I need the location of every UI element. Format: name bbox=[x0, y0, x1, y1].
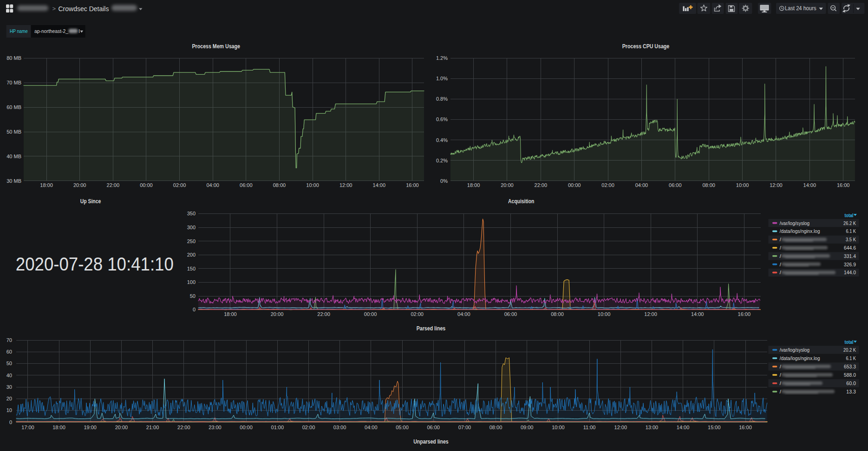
svg-text:/data/logs/nginx.log: /data/logs/nginx.log bbox=[780, 228, 820, 234]
svg-text:Up Since: Up Since bbox=[80, 198, 101, 205]
svg-text:70: 70 bbox=[7, 337, 12, 343]
svg-text:6.1 K: 6.1 K bbox=[846, 228, 856, 234]
svg-text:00:00: 00:00 bbox=[240, 425, 253, 430]
svg-text:15:00: 15:00 bbox=[708, 425, 721, 430]
svg-text:22:00: 22:00 bbox=[535, 182, 548, 188]
svg-text:04:00: 04:00 bbox=[206, 182, 219, 188]
svg-text:644.6: 644.6 bbox=[844, 245, 856, 251]
svg-text:6.1 K: 6.1 K bbox=[846, 355, 856, 361]
svg-text:08:00: 08:00 bbox=[273, 182, 286, 188]
svg-text:18:00: 18:00 bbox=[224, 311, 237, 317]
svg-text:Unparsed lines: Unparsed lines bbox=[413, 438, 449, 445]
svg-text:653.3: 653.3 bbox=[844, 364, 856, 369]
svg-text:ap-northeast-2_: ap-northeast-2_ bbox=[34, 28, 68, 34]
svg-text:>: > bbox=[52, 5, 56, 12]
svg-text:00:00: 00:00 bbox=[140, 182, 153, 188]
svg-text:Process Mem Usage: Process Mem Usage bbox=[192, 43, 240, 50]
svg-text:50: 50 bbox=[190, 293, 196, 299]
svg-text:14:00: 14:00 bbox=[691, 311, 704, 317]
svg-text:02:00: 02:00 bbox=[601, 182, 614, 188]
svg-text:19:00: 19:00 bbox=[84, 425, 97, 430]
svg-text:HP name: HP name bbox=[10, 29, 28, 34]
svg-text:02:00: 02:00 bbox=[173, 182, 186, 188]
svg-text:40: 40 bbox=[7, 373, 12, 378]
svg-text:23:00: 23:00 bbox=[209, 425, 222, 430]
svg-text:total: total bbox=[845, 339, 854, 345]
svg-text:14:00: 14:00 bbox=[677, 425, 690, 430]
svg-text:22:00: 22:00 bbox=[177, 425, 190, 430]
svg-text:00:00: 00:00 bbox=[568, 182, 581, 188]
svg-text:12:00: 12:00 bbox=[770, 182, 783, 188]
svg-text:06:00: 06:00 bbox=[427, 425, 440, 430]
svg-text:200: 200 bbox=[187, 252, 196, 258]
svg-text:331.4: 331.4 bbox=[844, 253, 856, 259]
svg-text:26.2 K: 26.2 K bbox=[843, 220, 856, 226]
svg-text:12:00: 12:00 bbox=[644, 311, 657, 317]
svg-text:18:00: 18:00 bbox=[40, 182, 53, 188]
svg-text:10:00: 10:00 bbox=[306, 182, 319, 188]
svg-text:01:00: 01:00 bbox=[271, 425, 284, 430]
svg-text:250: 250 bbox=[187, 238, 196, 244]
svg-text:20:00: 20:00 bbox=[73, 182, 86, 188]
svg-text:08:00: 08:00 bbox=[489, 425, 503, 430]
svg-text:50: 50 bbox=[7, 361, 12, 366]
svg-text:/data/logs/nginx.log: /data/logs/nginx.log bbox=[780, 355, 820, 361]
svg-text:16:00: 16:00 bbox=[406, 182, 419, 188]
svg-text:50 MB: 50 MB bbox=[7, 129, 21, 135]
svg-text:100: 100 bbox=[187, 279, 196, 285]
svg-text:20.2 K: 20.2 K bbox=[843, 347, 856, 353]
svg-text:06:00: 06:00 bbox=[240, 182, 253, 188]
svg-text:30 MB: 30 MB bbox=[7, 178, 21, 184]
svg-text:60: 60 bbox=[7, 349, 12, 354]
svg-text:20:00: 20:00 bbox=[115, 425, 128, 430]
svg-text:80 MB: 80 MB bbox=[7, 55, 21, 61]
svg-text:03:00: 03:00 bbox=[333, 425, 346, 430]
svg-text:10:00: 10:00 bbox=[736, 182, 749, 188]
svg-text:2020-07-28 10:41:10: 2020-07-28 10:41:10 bbox=[16, 254, 174, 274]
svg-text:16:00: 16:00 bbox=[738, 311, 751, 317]
svg-text:16:00: 16:00 bbox=[837, 182, 850, 188]
svg-text:0.2%: 0.2% bbox=[436, 158, 448, 163]
svg-text:08:00: 08:00 bbox=[551, 311, 564, 317]
svg-text:05:00: 05:00 bbox=[396, 425, 409, 430]
svg-text:total: total bbox=[845, 213, 854, 218]
svg-text:09:00: 09:00 bbox=[521, 425, 534, 430]
svg-text:0: 0 bbox=[193, 307, 196, 312]
svg-text:02:00: 02:00 bbox=[411, 311, 424, 317]
svg-text:04:00: 04:00 bbox=[635, 182, 648, 188]
svg-text:08:00: 08:00 bbox=[702, 182, 715, 188]
svg-text:02:00: 02:00 bbox=[302, 425, 315, 430]
svg-text:1.0%: 1.0% bbox=[436, 76, 448, 81]
svg-text:Last 24 hours: Last 24 hours bbox=[785, 5, 816, 12]
svg-text:11:00: 11:00 bbox=[583, 425, 596, 430]
svg-text:40 MB: 40 MB bbox=[7, 154, 21, 159]
svg-text:04:00: 04:00 bbox=[365, 425, 378, 430]
svg-text:06:00: 06:00 bbox=[504, 311, 517, 317]
svg-text:14:00: 14:00 bbox=[373, 182, 386, 188]
svg-text:144.0: 144.0 bbox=[844, 270, 856, 275]
svg-text:17:00: 17:00 bbox=[21, 425, 34, 430]
svg-text:20:00: 20:00 bbox=[501, 182, 514, 188]
svg-text:21:00: 21:00 bbox=[146, 425, 159, 430]
svg-text:350: 350 bbox=[187, 211, 196, 216]
svg-text:10:00: 10:00 bbox=[552, 425, 565, 430]
svg-text:0%: 0% bbox=[440, 178, 448, 184]
svg-text:Parsed lines: Parsed lines bbox=[417, 325, 446, 332]
svg-text:22:00: 22:00 bbox=[107, 182, 120, 188]
svg-text:14:00: 14:00 bbox=[803, 182, 816, 188]
svg-text:06:00: 06:00 bbox=[669, 182, 682, 188]
svg-text:326.9: 326.9 bbox=[844, 262, 856, 267]
svg-text:0.4%: 0.4% bbox=[436, 137, 448, 143]
svg-text:70 MB: 70 MB bbox=[7, 80, 21, 85]
svg-text:60.0: 60.0 bbox=[846, 380, 856, 386]
svg-text:0: 0 bbox=[9, 419, 12, 425]
svg-text:588.0: 588.0 bbox=[844, 372, 856, 378]
svg-text:1.2%: 1.2% bbox=[436, 55, 448, 61]
svg-text:0.6%: 0.6% bbox=[436, 116, 448, 122]
svg-text:60 MB: 60 MB bbox=[7, 104, 21, 110]
svg-text:12:00: 12:00 bbox=[614, 425, 627, 430]
svg-text:18:00: 18:00 bbox=[467, 182, 480, 188]
svg-text:22:00: 22:00 bbox=[317, 311, 330, 317]
svg-text:Process CPU Usage: Process CPU Usage bbox=[622, 43, 669, 50]
svg-text:13:00: 13:00 bbox=[646, 425, 659, 430]
